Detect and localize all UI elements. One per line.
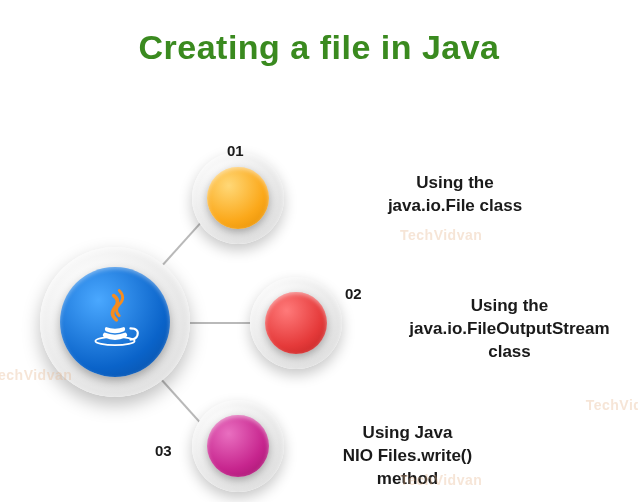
node-circle-1 [192,152,284,244]
node-number-1: 01 [227,142,244,159]
watermark-text: TechVidvan [586,397,638,413]
node-circle-3 [192,400,284,492]
node-number-3: 03 [155,442,172,459]
node-inner-3 [207,415,269,477]
watermark-text: TechVidvan [400,227,482,243]
page-title: Creating a file in Java [0,0,638,67]
hub-inner [60,267,170,377]
java-logo-icon [80,285,150,359]
node-inner-1 [207,167,269,229]
node-circle-2 [250,277,342,369]
node-desc-1: Using thejava.io.File class [355,172,555,218]
diagram-canvas: 01 Using thejava.io.File class 02 Using … [0,67,638,497]
node-inner-2 [265,292,327,354]
node-number-2: 02 [345,285,362,302]
watermark-text: TechVidvan [0,367,72,383]
watermark-text: TechVidvan [400,472,482,488]
node-desc-2: Using thejava.io.FileOutputStreamclass [392,295,627,364]
